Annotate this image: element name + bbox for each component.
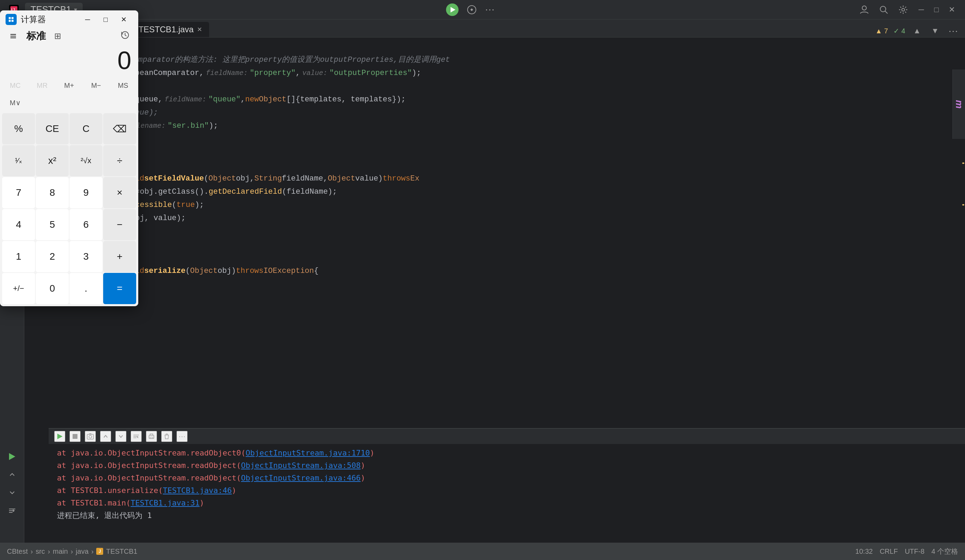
more-button[interactable]: ⋯ — [484, 3, 496, 16]
bp-scroll-down-button[interactable] — [115, 431, 126, 442]
calc-percent-button[interactable]: % — [2, 113, 35, 144]
tab-testcb1-label: TESTCB1.java — [139, 24, 194, 34]
panel-btn-run-console[interactable] — [4, 448, 21, 465]
calc-mc-button[interactable]: MC — [2, 77, 28, 94]
svg-line-6 — [885, 11, 888, 13]
line-ending[interactable]: CRLF — [880, 547, 898, 555]
svg-rect-38 — [11, 17, 13, 19]
bc-main[interactable]: main — [53, 547, 68, 555]
bp-run-button[interactable] — [54, 431, 65, 442]
console-line-3: at java.io.ObjectInputStream.readObject(… — [57, 472, 957, 484]
calc-9-button[interactable]: 9 — [69, 177, 103, 208]
calc-5-button[interactable]: 5 — [36, 209, 69, 240]
encoding[interactable]: UTF-8 — [905, 547, 925, 555]
calc-divide-button[interactable]: ÷ — [103, 145, 136, 176]
down-nav-button[interactable]: ▼ — [929, 24, 941, 37]
calc-negate-button[interactable]: +/− — [2, 273, 35, 304]
tab-close-icon[interactable]: ✕ — [197, 26, 202, 33]
code-line-27: setFieldValue (beanComparator, fieldName… — [62, 67, 958, 80]
code-usage-hint-5: 5 个用法 — [62, 159, 958, 172]
code-line-30: //serialize(queue); — [62, 106, 958, 119]
calc-close-button[interactable]: ✕ — [114, 10, 133, 28]
close-button[interactable]: ✕ — [947, 5, 957, 15]
calc-c-button[interactable]: C — [69, 113, 103, 144]
calc-history-button[interactable] — [118, 28, 133, 44]
link-2[interactable]: ObjectInputStream.java:508 — [241, 461, 361, 470]
link-1[interactable]: ObjectInputStream.java:1710 — [245, 449, 370, 457]
settings-button[interactable] — [897, 3, 909, 16]
calc-square-button[interactable]: x² — [36, 145, 69, 176]
calc-mr-button[interactable]: MR — [29, 77, 56, 94]
editor-tabs: m pom.xml (CBtest) J TESTCB1.java ✕ ▲ 7 … — [24, 20, 965, 38]
calc-mplus-button[interactable]: M+ — [56, 77, 82, 94]
topbar-right: ─ □ ✕ — [858, 3, 957, 16]
bp-trash-button[interactable] — [161, 431, 172, 442]
bc-cbtest[interactable]: CBtest — [7, 547, 28, 555]
calc-add-button[interactable]: + — [103, 241, 136, 272]
ide-statusbar: CBtest › src › main › java › J TESTCB1 1… — [0, 543, 965, 560]
code-line-29: setFieldValue (queue, fieldName: "queue"… — [62, 93, 958, 106]
bp-screenshot-button[interactable] — [85, 431, 96, 442]
run-button[interactable] — [445, 2, 460, 17]
build-button[interactable] — [466, 3, 478, 16]
minimize-button[interactable]: ─ — [916, 5, 926, 15]
bc-java[interactable]: java — [76, 547, 88, 555]
profile-button[interactable] — [858, 3, 870, 16]
calc-0-button[interactable]: 0 — [36, 273, 69, 304]
calc-mode-icon: ⊞ — [54, 31, 61, 41]
svg-rect-28 — [87, 434, 93, 439]
search-button[interactable] — [877, 3, 890, 16]
calc-reciprocal-button[interactable]: ¹⁄ₓ — [2, 145, 35, 176]
maximize-button[interactable]: □ — [932, 5, 941, 15]
code-line-38: } — [62, 225, 958, 238]
maven-icon[interactable]: m — [954, 100, 965, 109]
bp-print-button[interactable] — [146, 431, 157, 442]
calc-backspace-button[interactable]: ⌫ — [103, 113, 136, 144]
calc-3-button[interactable]: 3 — [69, 241, 103, 272]
calc-decimal-button[interactable]: . — [69, 273, 103, 304]
tabs-more-button[interactable]: ⋯ — [947, 24, 959, 37]
panel-btn-down[interactable] — [4, 484, 21, 501]
link-3[interactable]: ObjectInputStream.java:466 — [241, 473, 361, 482]
calc-6-button[interactable]: 6 — [69, 209, 103, 240]
bp-scroll-up-button[interactable] — [100, 431, 111, 442]
bc-testcb1[interactable]: TESTCB1 — [106, 547, 137, 555]
calc-sqrt-button[interactable]: ²√x — [69, 145, 103, 176]
svg-point-5 — [880, 6, 886, 12]
code-line-34: public static void setFieldValue ( Objec… — [62, 172, 958, 185]
code-line-39 — [62, 238, 958, 251]
bp-stop-button[interactable] — [69, 431, 80, 442]
calc-equals-button[interactable]: = — [103, 273, 136, 304]
calc-title: 计算器 — [21, 14, 46, 25]
bp-wrap-button[interactable] — [131, 431, 142, 442]
calc-7-button[interactable]: 7 — [2, 177, 35, 208]
calc-window-controls: ─ □ ✕ — [79, 10, 133, 28]
calc-menu-button[interactable] — [6, 28, 21, 44]
calc-1-button[interactable]: 1 — [2, 241, 35, 272]
calc-mshow-button[interactable]: M∨ — [2, 95, 28, 111]
calc-ce-button[interactable]: CE — [36, 113, 69, 144]
calc-8-button[interactable]: 8 — [36, 177, 69, 208]
calc-multiply-button[interactable]: × — [103, 177, 136, 208]
svg-rect-37 — [9, 17, 11, 19]
svg-rect-40 — [11, 20, 13, 22]
up-nav-button[interactable]: ▲ — [911, 24, 923, 37]
calc-ms-button[interactable]: MS — [110, 77, 136, 94]
calc-minimize-button[interactable]: ─ — [79, 10, 96, 28]
indent[interactable]: 4 个空格 — [931, 547, 958, 556]
link-5[interactable]: TESTCB1.java:31 — [131, 498, 200, 507]
calc-subtract-button[interactable]: − — [103, 209, 136, 240]
cursor-position[interactable]: 10:32 — [855, 547, 873, 555]
calc-maximize-button[interactable]: □ — [96, 10, 114, 28]
calc-4-button[interactable]: 4 — [2, 209, 35, 240]
calc-mminus-button[interactable]: M− — [83, 77, 110, 94]
link-4[interactable]: TESTCB1.java:46 — [163, 486, 232, 495]
calc-2-button[interactable]: 2 — [36, 241, 69, 272]
console-content: at java.io.ObjectInputStream.readObject0… — [49, 444, 965, 525]
console-line-1: at java.io.ObjectInputStream.readObject0… — [57, 447, 957, 459]
left-panel-buttons — [0, 446, 24, 543]
panel-btn-up[interactable] — [4, 466, 21, 483]
bc-src[interactable]: src — [36, 547, 45, 555]
bp-more-button[interactable]: ⋯ — [177, 431, 188, 442]
panel-btn-wrap-lines[interactable] — [4, 502, 21, 519]
